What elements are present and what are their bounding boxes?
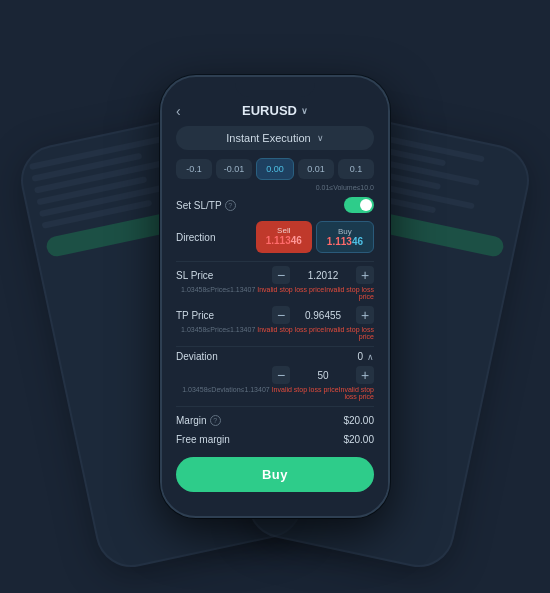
tp-price-controls: − 0.96455 + (272, 306, 374, 324)
sl-tp-text: Set SL/TP (176, 200, 222, 211)
sl-price-row: SL Price − 1.2012 + (176, 266, 374, 284)
volume-hint: 0.01≤Volume≤10.0 (176, 184, 374, 191)
sl-price-decrease[interactable]: − (272, 266, 290, 284)
main-phone: ‹ EURUSD ∨ Instant Execution ∨ -0.1 -0.0… (160, 75, 390, 518)
divider-1 (176, 261, 374, 262)
sl-price-error: Invalid stop loss price (324, 286, 374, 300)
divider-2 (176, 346, 374, 347)
buy-price-normal: 1.113 (327, 236, 352, 247)
sl-tp-toggle[interactable] (344, 197, 374, 213)
free-margin-value: $20.00 (343, 434, 374, 445)
vol-btn-plus-01[interactable]: 0.1 (338, 159, 374, 179)
sell-price-highlight: 46 (291, 235, 302, 246)
direction-label: Direction (176, 232, 215, 243)
tp-price-row: TP Price − 0.96455 + (176, 306, 374, 324)
sl-price-label: SL Price (176, 270, 221, 281)
sell-price-normal: 1.113 (266, 235, 291, 246)
deviation-label: Deviation (176, 351, 218, 362)
margin-help-icon[interactable]: ? (210, 415, 221, 426)
tp-price-value[interactable]: 0.96455 (298, 310, 348, 321)
currency-pair: EURUSD (242, 103, 297, 118)
sl-tp-row: Set SL/TP ? (176, 197, 374, 213)
chevron-down-icon[interactable]: ∨ (301, 106, 308, 116)
deviation-value-row: 0 ∧ (357, 351, 374, 362)
tp-price-label: TP Price (176, 310, 221, 321)
chevron-up-icon[interactable]: ∧ (367, 352, 374, 362)
deviation-controls: − 50 + (272, 366, 374, 384)
buy-price: 1.11346 (327, 236, 363, 247)
divider-3 (176, 406, 374, 407)
margin-row: Margin ? $20.00 (176, 411, 374, 430)
deviation-controls-row: − 50 + (176, 366, 374, 384)
vol-btn-000[interactable]: 0.00 (256, 158, 294, 180)
sl-price-controls: − 1.2012 + (272, 266, 374, 284)
deviation-step-value[interactable]: 50 (298, 370, 348, 381)
tp-price-error: Invalid stop loss price (257, 326, 324, 333)
buy-direction-button[interactable]: Buy 1.11346 (316, 221, 374, 253)
help-icon[interactable]: ? (225, 200, 236, 211)
direction-row: Direction Sell 1.11346 Buy 1.11346 (176, 221, 374, 253)
deviation-error: Invalid stop loss price (272, 386, 339, 393)
deviation-increase[interactable]: + (356, 366, 374, 384)
deviation-header: Deviation 0 ∧ (176, 351, 374, 362)
buy-price-highlight: 46 (352, 236, 363, 247)
vol-btn-plus-001[interactable]: 0.01 (298, 159, 334, 179)
sl-tp-label: Set SL/TP ? (176, 200, 236, 211)
margin-value: $20.00 (343, 415, 374, 426)
buy-title: Buy (327, 227, 363, 236)
vol-btn-minus-01[interactable]: -0.1 (176, 159, 212, 179)
free-margin-label: Free margin (176, 434, 230, 445)
execution-chevron-icon: ∨ (317, 133, 324, 143)
tp-price-decrease[interactable]: − (272, 306, 290, 324)
margin-label: Margin ? (176, 415, 221, 426)
sl-price-hint: 1.03458≤Price≤1.13407 Invalid stop loss … (176, 286, 374, 300)
deviation-decrease[interactable]: − (272, 366, 290, 384)
phone-notch (235, 77, 315, 97)
execution-label: Instant Execution (226, 132, 310, 144)
sl-price-increase[interactable]: + (356, 266, 374, 284)
phone-screen: ‹ EURUSD ∨ Instant Execution ∨ -0.1 -0.0… (162, 97, 388, 500)
deviation-value: 0 (357, 351, 363, 362)
direction-buttons: Sell 1.11346 Buy 1.11346 (256, 221, 374, 253)
header: ‹ EURUSD ∨ (176, 97, 374, 126)
execution-dropdown[interactable]: Instant Execution ∨ (176, 126, 374, 150)
vol-btn-minus-001[interactable]: -0.01 (216, 159, 252, 179)
free-margin-row: Free margin $20.00 (176, 430, 374, 449)
toggle-knob (360, 199, 372, 211)
header-title: EURUSD ∨ (242, 103, 308, 118)
buy-button[interactable]: Buy (176, 457, 374, 492)
back-button[interactable]: ‹ (176, 103, 181, 119)
sell-button[interactable]: Sell 1.11346 (256, 221, 312, 253)
deviation-hint: 1.03458≤Deviation≤1.13407 Invalid stop l… (176, 386, 374, 400)
tp-price-increase[interactable]: + (356, 306, 374, 324)
volume-row: -0.1 -0.01 0.00 0.01 0.1 (176, 158, 374, 180)
sl-price-value[interactable]: 1.2012 (298, 270, 348, 281)
tp-price-hint: 1.03458≤Price≤1.13407 Invalid stop loss … (176, 326, 374, 340)
sell-title: Sell (266, 226, 302, 235)
sell-price: 1.11346 (266, 235, 302, 246)
